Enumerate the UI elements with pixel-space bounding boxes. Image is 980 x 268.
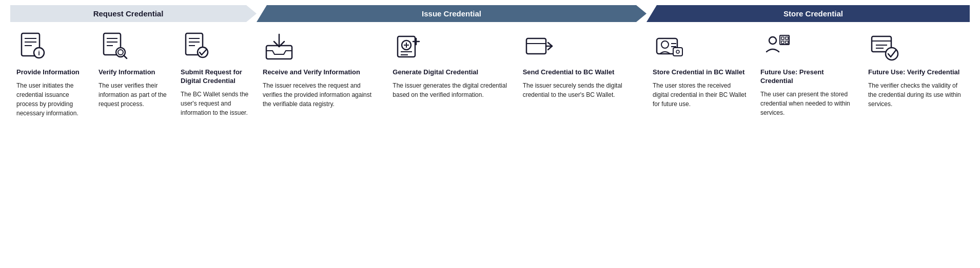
section-title-store: Store Credential bbox=[783, 9, 843, 18]
section-header-store: Store Credential bbox=[646, 5, 970, 22]
item-future-verify: Future Use: Verify Credential The verifi… bbox=[862, 30, 970, 109]
item-desc-provide-info: The user initiates the credential issuan… bbox=[16, 81, 86, 118]
item-future-present: Future Use: Present Credential The user … bbox=[754, 30, 862, 117]
item-title-generate-digital: Generate Digital Credential bbox=[393, 68, 478, 77]
section-store: Store Credential bbox=[646, 5, 970, 118]
svg-rect-18 bbox=[266, 46, 292, 59]
svg-line-12 bbox=[124, 55, 127, 58]
inbox-verify-icon bbox=[263, 30, 296, 63]
item-verify-info: Verify Information The user verifies the… bbox=[92, 30, 174, 109]
svg-point-47 bbox=[886, 48, 898, 60]
svg-point-37 bbox=[769, 37, 776, 44]
item-title-future-verify: Future Use: Verify Credential bbox=[868, 68, 959, 77]
item-title-verify-info: Verify Information bbox=[99, 68, 155, 77]
svg-rect-28 bbox=[526, 38, 546, 54]
item-title-send-credential: Send Credential to BC Wallet bbox=[523, 68, 615, 77]
document-info-icon: i bbox=[16, 30, 49, 63]
item-title-store-credential: Store Credential in BC Wallet bbox=[653, 68, 744, 77]
item-provide-info: i Provide Information The user initiates… bbox=[10, 30, 92, 118]
svg-point-32 bbox=[661, 41, 669, 48]
section-header-request: Request Credential bbox=[10, 5, 257, 22]
svg-rect-40 bbox=[786, 37, 788, 39]
section-request: Request Credential i Provide Information… bbox=[10, 5, 257, 118]
item-desc-receive-verify: The issuer receives the request and veri… bbox=[263, 81, 380, 109]
page-container: Request Credential i Provide Information… bbox=[0, 0, 980, 128]
document-check-icon bbox=[181, 30, 213, 63]
item-generate-digital: Generate Digital Credential The issuer g… bbox=[386, 30, 516, 99]
item-desc-future-present: The user can present the stored credenti… bbox=[760, 90, 856, 117]
section-header-issue: Issue Credential bbox=[257, 5, 646, 22]
svg-rect-42 bbox=[786, 41, 788, 44]
item-desc-submit-request: The BC Wallet sends the user's request a… bbox=[181, 90, 250, 117]
item-title-submit-request: Submit Request for Digital Credential bbox=[181, 68, 250, 86]
item-title-receive-verify: Receive and Verify Information bbox=[263, 68, 360, 77]
section-title-issue: Issue Credential bbox=[422, 9, 481, 18]
item-desc-store-credential: The user stores the received digital cre… bbox=[653, 81, 748, 109]
item-title-future-present: Future Use: Present Credential bbox=[760, 68, 856, 86]
item-desc-send-credential: The issuer securely sends the digital cr… bbox=[523, 81, 640, 99]
svg-text:i: i bbox=[38, 49, 40, 57]
items-row-issue: Receive and Verify Information The issue… bbox=[257, 30, 646, 109]
item-desc-verify-info: The user verifies their information as p… bbox=[99, 81, 168, 109]
svg-rect-41 bbox=[781, 41, 784, 44]
wallet-store-icon bbox=[653, 30, 685, 63]
section-title-request: Request Credential bbox=[93, 9, 164, 18]
section-issue: Issue Credential Receive and Verify Info… bbox=[257, 5, 646, 118]
search-document-icon bbox=[99, 30, 131, 63]
svg-rect-35 bbox=[673, 48, 682, 56]
item-desc-future-verify: The verifier checks the validity of the … bbox=[868, 81, 964, 109]
item-submit-request: Submit Request for Digital Credential Th… bbox=[174, 30, 257, 117]
item-receive-verify: Receive and Verify Information The issue… bbox=[257, 30, 386, 109]
item-desc-generate-digital: The issuer generates the digital credent… bbox=[393, 81, 510, 99]
credential-plus-icon bbox=[393, 30, 425, 63]
item-title-provide-info: Provide Information bbox=[16, 68, 80, 77]
verify-credential-icon bbox=[868, 30, 901, 63]
item-send-credential: Send Credential to BC Wallet The issuer … bbox=[517, 30, 646, 99]
items-row-request: i Provide Information The user initiates… bbox=[10, 30, 257, 118]
svg-rect-39 bbox=[781, 37, 784, 39]
present-credential-icon bbox=[760, 30, 793, 63]
item-store-credential: Store Credential in BC Wallet The user s… bbox=[646, 30, 754, 109]
items-row-store: Store Credential in BC Wallet The user s… bbox=[646, 30, 970, 117]
send-wallet-icon bbox=[523, 30, 556, 63]
